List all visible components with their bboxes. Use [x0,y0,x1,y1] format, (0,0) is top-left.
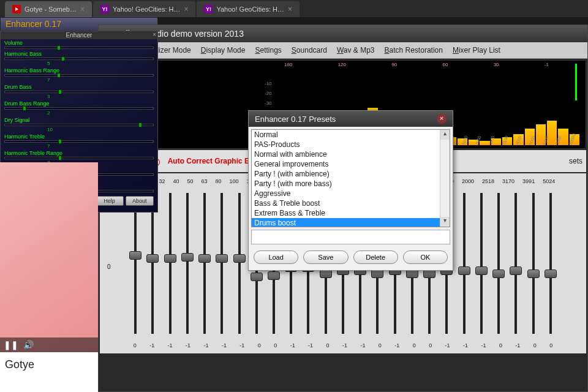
eq-slider-thumb[interactable] [181,253,194,262]
preset-item[interactable]: Bass & Treble boost [252,198,450,208]
preset-item[interactable]: Party ! (with ambience) [252,169,450,179]
eq-slider-2518[interactable] [493,187,504,340]
tab-close-icon[interactable]: × [184,5,188,13]
enhancer-slider-thumb[interactable] [58,139,62,144]
enhancer-slider-harmonic-bass-range: Harmonic Bass Range7 [1,67,157,83]
eq-slider-1589[interactable] [459,187,470,340]
preset-item[interactable]: Aggressive [252,189,450,198]
video-title[interactable]: Gotye [0,352,98,377]
video-controls: ❚❚ 🔊 [0,337,98,352]
eq-slider-63[interactable] [216,187,227,340]
eq-slider-thumb[interactable] [198,254,211,263]
eq-slider-thumb[interactable] [423,270,435,278]
scroll-up-icon[interactable]: ▴ [440,130,450,140]
preset-name-input[interactable] [251,230,450,244]
presets-dialog: Enhancer 0.17 Presets × NormalPAS-Produc… [248,110,453,271]
yahoo-icon: Y! [204,5,213,13]
tab-yahoo-1[interactable]: Y! Yahoo! GeoCities: H… × [93,1,195,17]
enhancer-slider-thumb[interactable] [57,73,61,78]
eq-slider-thumb[interactable] [129,251,141,260]
enhancer-about-button[interactable]: About [126,196,154,206]
preset-item[interactable]: PAS-Products [252,140,450,149]
eq-slider-thumb[interactable] [510,266,522,275]
tab-label: Gotye - Someb… [24,6,77,13]
menu-item-batch-restoration[interactable]: Batch Restoration [381,45,447,56]
video-thumbnail[interactable]: ❚❚ 🔊 [0,162,98,352]
eq-slider-3170[interactable] [510,187,521,340]
scroll-down-icon[interactable]: ▾ [440,217,450,227]
presets-panel-label: sets [569,157,582,165]
enhancer-slider-thumb[interactable] [57,45,61,50]
tab-close-icon[interactable]: × [80,5,85,13]
preset-item[interactable]: Extrem Bass & Treble [252,208,450,218]
enhancer-slider-thumb[interactable] [23,106,26,111]
presets-listbox[interactable]: NormalPAS-ProductsNormal with ambienceGe… [251,129,450,227]
eq-slider-5024[interactable] [545,187,556,340]
eq-slider-50[interactable] [199,187,210,340]
tab-label: Yahoo! GeoCities: H… [113,6,180,13]
preset-item[interactable]: General improvements [252,159,450,169]
youtube-icon [12,5,21,13]
enhancer-slider-thumb[interactable] [61,56,65,61]
main-window-title[interactable]: Equalizer Studio demo version 2013 [99,25,587,42]
preset-item[interactable]: Drums boost [252,218,450,227]
presets-button-row: Load Save Delete OK [249,247,453,270]
enhancer-slider-thumb[interactable] [58,156,62,160]
tab-close-icon[interactable]: × [288,5,292,13]
delete-button[interactable]: Delete [353,251,398,264]
enhancer-slider-harmonic-bass: Harmonic Bass5 [1,50,157,67]
eq-slider-thumb[interactable] [216,254,228,263]
eq-slider-thumb[interactable] [458,266,470,275]
eq-slider-80[interactable] [234,187,245,340]
tab-youtube[interactable]: Gotye - Someb… × [5,1,92,17]
eq-slider-thumb[interactable] [268,271,280,280]
menu-item-settings[interactable]: Settings [251,45,285,56]
tab-yahoo-2[interactable]: Y! Yahoo! GeoCities: H… × [197,1,299,17]
browser-tab-bar: Gotye - Someb… × Y! Yahoo! GeoCities: H…… [0,0,588,17]
preset-item[interactable]: Party ! (with more bass) [252,179,450,189]
enhancer-slider-harmonic-treble: Harmonic Treble7 [1,133,157,149]
menu-item-wav-mp-[interactable]: Wav & Mp3 [333,45,379,56]
presets-dialog-title: Enhancer 0.17 Presets [255,115,336,124]
eq-slider-32[interactable] [165,187,176,340]
eq-slider-thumb[interactable] [251,273,263,281]
eq-slider-thumb[interactable] [492,270,505,278]
eq-slider-thumb[interactable] [320,270,332,278]
eq-slider-thumb[interactable] [146,254,159,263]
eq-slider-thumb[interactable] [545,270,557,278]
close-icon[interactable]: × [437,114,447,124]
enhancer-slider-thumb[interactable] [58,89,62,94]
preset-item[interactable]: Normal [252,130,450,140]
tab-label: Yahoo! GeoCities: H… [216,6,284,13]
scrollbar[interactable]: ▴ ▾ [440,130,450,227]
menu-item-display-mode[interactable]: Display Mode [197,45,249,56]
enhancer-help-button[interactable]: Help [95,196,123,206]
ok-button[interactable]: OK [403,251,448,264]
eq-slider-thumb[interactable] [475,266,488,275]
pause-icon[interactable]: ❚❚ [4,340,18,350]
load-button[interactable]: Load [254,251,298,264]
enhancer-slider-thumb[interactable] [138,123,142,127]
eq-slider-40[interactable] [182,187,193,340]
enhancer-title-text: Enhancer 0.17 [6,19,61,29]
main-menu-bar: SetupsEqualizer ModeDisplay ModeSettings… [99,42,587,59]
eq-slider-thumb[interactable] [371,270,383,278]
eq-slider-3991[interactable] [528,187,539,340]
eq-db-values: 0-1-1-1-1-1-100-1-10-1-10-100-1-1-10-100 [102,342,584,349]
presets-dialog-title-bar[interactable]: Enhancer 0.17 Presets × [249,111,453,127]
eq-slider-thumb[interactable] [233,254,246,263]
preset-item[interactable]: Normal with ambience [252,149,450,159]
yahoo-icon: Y! [100,5,109,13]
enhancer-close-icon[interactable]: × [153,31,156,38]
eq-slider-2000[interactable] [476,187,487,340]
save-button[interactable]: Save [303,251,348,264]
eq-slider-thumb[interactable] [164,254,176,263]
eq-slider-thumb[interactable] [527,270,540,278]
enhancer-slider-drum-bass: Drum Bass3 [1,83,157,100]
volume-icon[interactable]: 🔊 [23,340,34,350]
enhancer-header[interactable]: Enhancer × [1,31,157,39]
menu-item-soundcard[interactable]: Soundcard [288,45,331,56]
eq-slider-thumb[interactable] [406,270,418,278]
menu-item-mixer-play-list[interactable]: Mixer Play List [449,45,504,56]
enhancer-slider-drum-bass-range: Drum Bass Range2 [1,100,157,116]
